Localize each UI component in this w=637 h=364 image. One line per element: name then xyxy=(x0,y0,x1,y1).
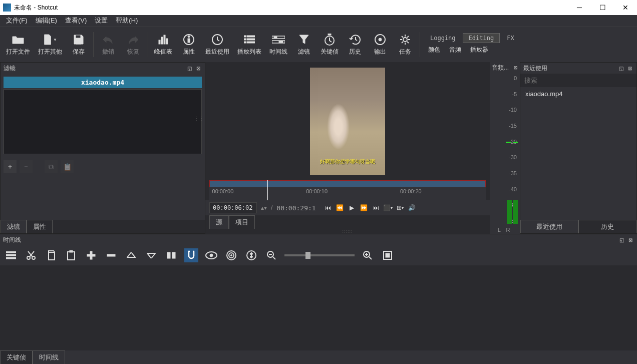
remove-button[interactable] xyxy=(104,248,118,262)
svg-rect-0 xyxy=(159,40,160,44)
keyframes-button[interactable]: 关键侦 xyxy=(316,29,343,61)
play-button[interactable]: ▶ xyxy=(348,204,356,212)
info-icon xyxy=(182,33,196,47)
panel-undock-icon[interactable]: ◱ xyxy=(186,65,193,72)
open-other-button[interactable]: ▼ 打开其他 xyxy=(34,29,66,61)
panel-close-icon[interactable]: ⊠ xyxy=(626,65,633,72)
fast-forward-button[interactable]: ⏩ xyxy=(360,204,368,212)
panel-undock-icon[interactable]: ◱ xyxy=(617,65,624,72)
paste-button[interactable] xyxy=(64,248,78,262)
filter-source-item[interactable]: xiaodao.mp4 xyxy=(4,77,202,88)
audio-tab-button[interactable]: 音频 xyxy=(445,44,465,56)
player-scrubber[interactable]: 00:00:00 00:00:10 00:00:20 xyxy=(209,180,486,200)
player-tab-button[interactable]: 播放器 xyxy=(466,44,492,56)
svg-rect-25 xyxy=(6,257,16,259)
history-button[interactable]: 历史 xyxy=(343,29,368,61)
menu-help[interactable]: 帮助(H) xyxy=(112,15,142,26)
append-button[interactable] xyxy=(84,248,98,262)
menu-settings[interactable]: 设置 xyxy=(91,15,112,26)
copy-filter-button[interactable]: ⧉ xyxy=(45,160,58,173)
undo-icon xyxy=(101,33,115,47)
zoom-in-button[interactable] xyxy=(361,248,375,262)
zoom-out-button[interactable] xyxy=(264,248,278,262)
fx-mode-button[interactable]: FX xyxy=(501,33,520,43)
open-file-button[interactable]: 打开文件 xyxy=(2,29,34,61)
panel-close-icon[interactable]: ⊠ xyxy=(514,65,518,70)
ripple-all-button[interactable] xyxy=(244,248,258,262)
keyframes-tab[interactable]: 关键侦 xyxy=(0,350,33,364)
zoom-fit-button[interactable] xyxy=(381,248,395,262)
editing-mode-button[interactable]: Editing xyxy=(463,33,500,43)
minimize-button[interactable]: ─ xyxy=(568,0,591,15)
redo-button[interactable]: 恢复 xyxy=(121,29,146,61)
properties-tab[interactable]: 属性 xyxy=(27,220,53,233)
snap-button[interactable] xyxy=(184,248,198,262)
volume-button[interactable]: 🔊 xyxy=(408,204,416,212)
clock-icon xyxy=(210,33,224,47)
svg-rect-35 xyxy=(172,252,175,258)
save-button[interactable]: 保存 xyxy=(66,29,91,61)
properties-button[interactable]: 属性 xyxy=(176,29,201,61)
menu-file[interactable]: 文件(F) xyxy=(2,15,32,26)
project-tab[interactable]: 项目 xyxy=(229,215,255,229)
lift-button[interactable] xyxy=(124,248,138,262)
skip-end-button[interactable]: ⏭ xyxy=(372,204,380,212)
timeline-tab[interactable]: 时间线 xyxy=(33,350,65,364)
svg-rect-34 xyxy=(167,252,170,258)
peak-meter-button[interactable]: 峰值表 xyxy=(150,29,176,61)
video-preview[interactable]: 好啊那你想学哪句呀当呢 xyxy=(310,68,385,175)
menu-edit[interactable]: 编辑(E) xyxy=(32,15,61,26)
jobs-button[interactable]: 任务 xyxy=(393,29,418,61)
search-input[interactable] xyxy=(520,74,636,87)
filter-effects-area xyxy=(4,89,202,154)
funnel-icon xyxy=(297,33,311,47)
overwrite-button[interactable] xyxy=(144,248,158,262)
channel-labels: L R xyxy=(490,226,520,234)
gear-icon xyxy=(398,33,412,47)
undo-button[interactable]: 撤销 xyxy=(96,29,121,61)
recent-button[interactable]: 最近使用 xyxy=(201,29,233,61)
main-toolbar: 打开文件 ▼ 打开其他 保存 撤销 恢复 峰值表 属性 最近使用 播放列表 时间… xyxy=(0,26,637,62)
copy-button[interactable] xyxy=(44,248,58,262)
timeline-tracks-area[interactable] xyxy=(0,265,637,350)
paste-filter-button[interactable]: 📋 xyxy=(61,160,74,173)
document-icon: ▼ xyxy=(43,33,57,47)
drag-handle-icon[interactable]: :::::: xyxy=(205,229,490,234)
add-filter-button[interactable]: ＋ xyxy=(4,160,17,173)
split-button[interactable] xyxy=(164,248,178,262)
logging-mode-button[interactable]: Logging xyxy=(424,33,462,43)
timeline-button[interactable]: 时间线 xyxy=(265,29,291,61)
panel-undock-icon[interactable]: ◱ xyxy=(618,236,625,243)
panel-close-icon[interactable]: ⊠ xyxy=(195,65,202,72)
recent-file-item[interactable]: xiaodao.mp4 xyxy=(520,87,636,101)
playlist-button[interactable]: 播放列表 xyxy=(233,29,265,61)
history-tab[interactable]: 历史 xyxy=(578,220,636,233)
menu-view[interactable]: 查看(V) xyxy=(61,15,91,26)
drag-handle-icon[interactable]: ⋮⋮ xyxy=(194,116,204,121)
svg-rect-3 xyxy=(166,39,168,44)
remove-filter-button[interactable]: － xyxy=(20,160,33,173)
zoom-fit-button[interactable]: ⬛▾ xyxy=(384,204,392,212)
source-tab[interactable]: 源 xyxy=(209,215,229,229)
close-button[interactable]: ✕ xyxy=(614,0,637,15)
filters-button[interactable]: 滤镜 xyxy=(291,29,316,61)
zoom-slider[interactable] xyxy=(284,254,355,256)
svg-rect-23 xyxy=(6,251,16,253)
panel-close-icon[interactable]: ⊠ xyxy=(627,236,634,243)
recent-panel: 最近使用 ◱ ⊠ xiaodao.mp4 最近使用 历史 xyxy=(520,62,637,234)
cut-button[interactable] xyxy=(24,248,38,262)
app-icon xyxy=(3,4,11,12)
export-button[interactable]: 输出 xyxy=(368,29,393,61)
maximize-button[interactable]: ☐ xyxy=(591,0,614,15)
svg-point-6 xyxy=(188,36,190,38)
rewind-button[interactable]: ⏪ xyxy=(336,204,344,212)
scrub-button[interactable] xyxy=(204,248,218,262)
skip-start-button[interactable]: ⏮ xyxy=(324,204,332,212)
filters-tab[interactable]: 滤镜 xyxy=(1,220,27,233)
current-time-input[interactable] xyxy=(209,202,257,213)
grid-button[interactable]: ⊞▾ xyxy=(396,204,404,212)
color-tab-button[interactable]: 颜色 xyxy=(424,44,444,56)
timeline-menu-button[interactable] xyxy=(4,248,18,262)
recent-tab[interactable]: 最近使用 xyxy=(520,220,578,233)
ripple-button[interactable] xyxy=(224,248,238,262)
